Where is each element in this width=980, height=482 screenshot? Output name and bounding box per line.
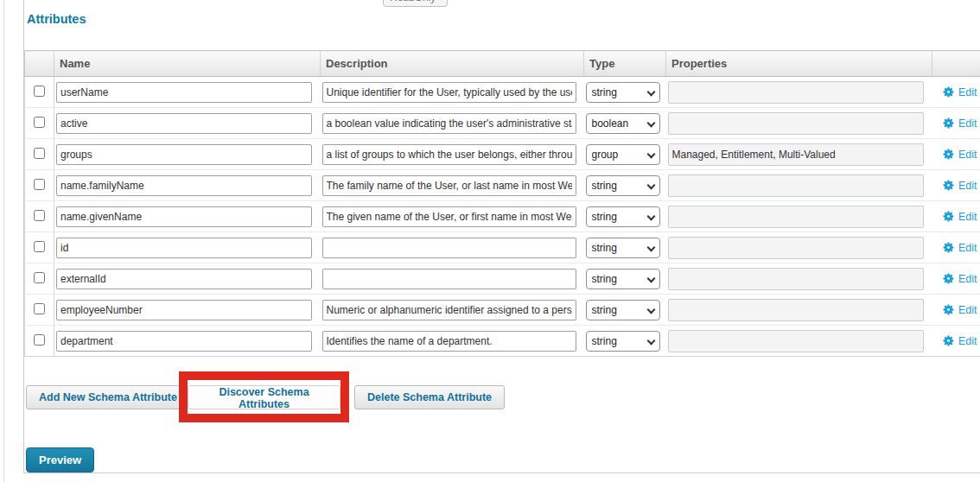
attribute-name-input[interactable] (56, 331, 312, 352)
edit-link[interactable]: Edit (958, 242, 977, 254)
attribute-description-input[interactable] (322, 113, 576, 134)
attribute-name-input[interactable] (56, 144, 312, 165)
attribute-properties-input[interactable] (668, 330, 924, 352)
readonly-dropdown[interactable]: ReadOnly (383, 0, 448, 7)
attribute-type-select[interactable]: boolean (586, 113, 660, 134)
table-row: string (25, 295, 980, 326)
table-header-row: Name Description Type Properties (25, 51, 980, 77)
header-type: Type (584, 51, 666, 77)
attribute-type-select[interactable]: string (586, 269, 660, 289)
attribute-type-select[interactable]: string (586, 300, 660, 320)
gear-icon (942, 148, 955, 161)
attributes-table: Name Description Type Properties string (24, 50, 980, 357)
attribute-description-input[interactable] (322, 238, 576, 258)
header-checkbox-cell (25, 51, 54, 77)
row-checkbox[interactable] (34, 86, 45, 97)
edit-link[interactable]: Edit (958, 335, 977, 347)
attribute-description-input[interactable] (322, 144, 576, 165)
row-checkbox[interactable] (34, 148, 45, 159)
gear-icon (942, 334, 955, 347)
schema-attributes-page: ReadOnly Attributes Name Description Typ… (0, 0, 980, 482)
edit-link[interactable]: Edit (958, 304, 977, 316)
edit-link[interactable]: Edit (958, 86, 977, 98)
attribute-properties-input[interactable] (668, 237, 924, 259)
header-edit-cell (932, 51, 980, 77)
add-schema-attribute-button[interactable]: Add New Schema Attribute (26, 385, 190, 409)
edit-link[interactable]: Edit (958, 211, 977, 223)
attributes-heading: Attributes (27, 12, 86, 26)
gear-icon (942, 210, 955, 223)
edit-link[interactable]: Edit (958, 273, 977, 285)
table-row: boolean (25, 108, 980, 139)
table-row: string (25, 232, 980, 263)
row-checkbox[interactable] (34, 272, 45, 283)
gear-icon (942, 272, 955, 285)
attribute-name-input[interactable] (56, 206, 312, 227)
gear-icon (942, 241, 955, 254)
row-checkbox[interactable] (34, 179, 45, 190)
preview-button[interactable]: Preview (26, 447, 94, 472)
attribute-name-input[interactable] (56, 300, 312, 320)
attribute-type-select[interactable]: string (586, 331, 660, 352)
header-properties: Properties (666, 51, 932, 77)
gear-icon (942, 86, 955, 98)
readonly-dropdown-value: ReadOnly (390, 0, 436, 3)
gear-icon (942, 179, 955, 192)
attribute-properties-input[interactable] (668, 112, 924, 135)
row-checkbox[interactable] (34, 303, 45, 314)
table-row: string (25, 326, 980, 357)
header-name: Name (54, 51, 321, 77)
attribute-name-input[interactable] (56, 113, 312, 134)
attribute-description-input[interactable] (322, 82, 576, 103)
row-checkbox[interactable] (34, 117, 45, 128)
attribute-properties-input[interactable] (668, 206, 924, 228)
discover-schema-attributes-button[interactable]: Discover Schema Attributes (188, 385, 340, 409)
attribute-properties-input[interactable] (668, 299, 924, 321)
attribute-name-input[interactable] (56, 175, 312, 196)
table-row: string (25, 77, 980, 108)
table-row: string (25, 201, 980, 232)
attribute-type-select[interactable]: string (586, 82, 660, 103)
table-row: group (25, 139, 980, 170)
edit-link[interactable]: Edit (958, 180, 977, 192)
delete-schema-attribute-button[interactable]: Delete Schema Attribute (354, 385, 505, 409)
edit-link[interactable]: Edit (958, 149, 977, 161)
table-row: string (25, 170, 980, 201)
attribute-description-input[interactable] (322, 175, 576, 196)
row-checkbox[interactable] (34, 210, 45, 221)
table-row: string (25, 263, 980, 295)
attribute-properties-input[interactable] (668, 174, 924, 197)
attribute-properties-input[interactable] (668, 81, 924, 104)
attribute-type-select[interactable]: group (586, 144, 660, 165)
page-left-rule (3, 0, 4, 482)
attribute-name-input[interactable] (56, 269, 312, 289)
attribute-properties-input[interactable] (668, 143, 924, 166)
gear-icon (942, 303, 955, 316)
edit-link[interactable]: Edit (958, 117, 977, 130)
attribute-properties-input[interactable] (668, 268, 924, 290)
attribute-description-input[interactable] (322, 300, 576, 320)
red-highlight-annotation: Discover Schema Attributes (179, 371, 349, 422)
gear-icon (942, 117, 955, 130)
row-checkbox[interactable] (34, 241, 45, 252)
attribute-name-input[interactable] (56, 238, 312, 258)
row-checkbox[interactable] (34, 334, 45, 346)
attribute-type-select[interactable]: string (586, 206, 660, 227)
attribute-description-input[interactable] (322, 269, 576, 289)
attribute-type-select[interactable]: string (586, 238, 660, 258)
attribute-description-input[interactable] (322, 331, 576, 352)
attribute-description-input[interactable] (322, 206, 576, 227)
attribute-name-input[interactable] (56, 82, 312, 103)
header-description: Description (321, 51, 584, 77)
attribute-type-select[interactable]: string (586, 175, 660, 196)
